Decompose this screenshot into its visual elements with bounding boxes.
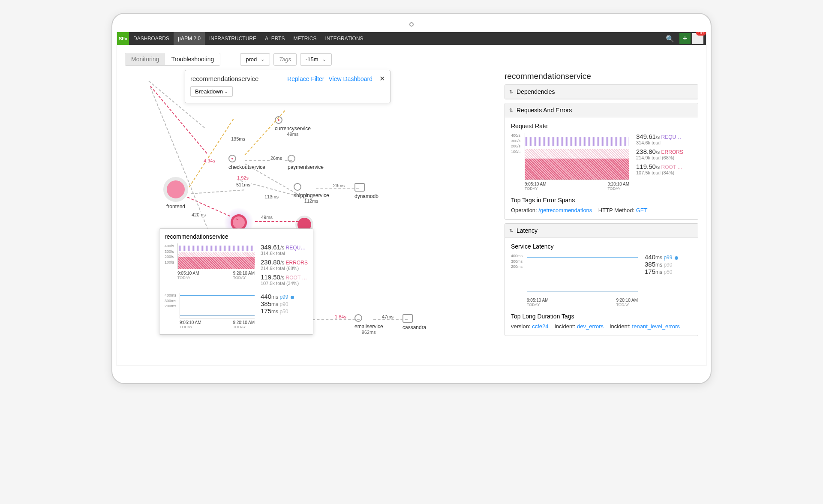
version-link[interactable]: ccfe24	[532, 323, 548, 330]
chart-time-end: 9:20:10 AM	[233, 271, 255, 276]
user-avatar[interactable]: 10+	[692, 33, 703, 44]
chart-stats: 349.61/s REQU… 314.6k total 238.80/s ERR…	[636, 133, 692, 191]
section-title: Latency	[517, 227, 538, 234]
chart-y-axis: 400/s300/s200/s100/s	[165, 243, 174, 288]
edge-latency: 135ms	[230, 136, 246, 141]
node-frontend[interactable]: frontend	[163, 177, 188, 210]
tags-filter[interactable]: Tags	[273, 53, 297, 66]
operation-label: Operation:	[511, 207, 537, 213]
right-panel-title: recommendationservice	[505, 72, 698, 81]
mode-toggle: Monitoring Troubleshooting	[125, 53, 220, 66]
nav-alerts[interactable]: ALERTS	[261, 32, 289, 45]
controls-bar: Monitoring Troubleshooting prod Tags -15…	[117, 45, 706, 70]
chart-time-start: 9:05:10 AM	[177, 271, 199, 276]
incident-label: incident:	[555, 323, 575, 330]
nav-metrics[interactable]: METRICS	[289, 32, 321, 45]
node-sub: 49ms	[275, 132, 311, 137]
chart-time-start: 9:05:10 AM	[527, 298, 549, 303]
latency-section-header[interactable]: ⇅ Latency	[505, 224, 698, 238]
tooltip-latency-stats: 440ms p99 385ms p90 175ms p50	[261, 293, 308, 329]
replace-filter-link[interactable]: Replace Filter	[287, 75, 324, 82]
nav-infrastructure[interactable]: INFRASTRUCTURE	[205, 32, 261, 45]
view-dashboard-link[interactable]: View Dashboard	[329, 75, 372, 82]
node-label: frontend	[163, 204, 188, 210]
notification-badge: 10+	[696, 32, 706, 36]
node-currencyservice[interactable]: currencyservice 49ms	[275, 116, 311, 137]
node-label: dynamodb	[354, 193, 378, 199]
tooltip-stats: 349.61/s REQU… 314.6k total 238.80/s ERR…	[261, 243, 308, 288]
service-popover: recommendationservice Replace Filter Vie…	[185, 70, 390, 103]
chart-y-axis: 400/s300/s200/s100/s	[511, 133, 520, 191]
mode-troubleshooting[interactable]: Troubleshooting	[165, 53, 220, 65]
close-icon[interactable]: ✕	[379, 75, 385, 83]
version-label: version:	[511, 323, 531, 330]
request-rate-title: Request Rate	[511, 123, 692, 129]
long-duration-tags-title: Top Long Duration Tags	[511, 313, 692, 320]
incident-label: incident:	[610, 323, 631, 330]
node-cassandra[interactable]: cassandra	[402, 314, 426, 330]
expand-icon: ⇅	[509, 89, 513, 95]
latency-stats: 440ms p99 385ms p90 175ms p50	[645, 253, 692, 307]
device-camera	[409, 22, 414, 27]
mode-monitoring[interactable]: Monitoring	[125, 53, 165, 65]
tooltip-title: recommendationservice	[165, 233, 308, 240]
incident-link[interactable]: dev_errors	[577, 323, 604, 330]
edge-latency: 23ms	[332, 183, 345, 188]
incident-link[interactable]: tenant_level_errors	[632, 323, 680, 330]
node-paymentservice[interactable]: paymentservice	[288, 155, 324, 170]
expand-icon: ⇅	[509, 108, 513, 113]
node-label: cassandra	[402, 324, 426, 330]
http-label: HTTP Method:	[598, 207, 634, 213]
edge-latency: 26ms	[270, 156, 283, 161]
section-title: Dependencies	[517, 88, 555, 95]
request-rate-chart[interactable]	[525, 133, 629, 180]
node-shippingservice[interactable]: shippingservice 112ms	[294, 183, 329, 204]
operation-link[interactable]: /getrecommendations	[538, 207, 592, 213]
edge-latency: 420ms	[191, 212, 207, 217]
top-tags-title: Top Tags in Error Spans	[511, 197, 692, 204]
requests-errors-section-header[interactable]: ⇅ Requests And Errors	[505, 103, 698, 117]
section-title: Requests And Errors	[517, 107, 572, 114]
breakdown-select[interactable]: Breakdown	[190, 86, 233, 97]
node-sub: 112ms	[294, 198, 329, 204]
node-sub: 962ms	[354, 330, 383, 335]
node-label: currencyservice	[275, 126, 311, 132]
latency-mini-chart	[180, 293, 255, 318]
time-select[interactable]: -15m	[300, 53, 332, 66]
chart-y-axis: 400ms300ms200ms	[165, 293, 176, 329]
nav-dashboards[interactable]: DASHBOARDS	[129, 32, 174, 45]
edge-latency: 1.84s	[334, 314, 347, 319]
service-latency-title: Service Latency	[511, 243, 692, 250]
chart-time-end: 9:20:10 AM	[607, 182, 629, 186]
nav-integrations[interactable]: INTEGRATIONS	[321, 32, 367, 45]
search-icon[interactable]: 🔍	[662, 35, 678, 43]
node-dynamodb[interactable]: dynamodb	[354, 183, 378, 199]
brand-logo[interactable]: SFx	[117, 32, 129, 45]
edge-latency: 49ms	[260, 215, 273, 220]
nav-apm[interactable]: µAPM 2.0	[174, 32, 205, 45]
edge-latency: 47ms	[381, 314, 394, 319]
latency-chart[interactable]	[527, 253, 638, 296]
node-checkoutservice[interactable]: checkoutservice	[228, 155, 265, 170]
http-method-link[interactable]: GET	[636, 207, 648, 213]
edge-latency: 4.94s	[203, 158, 216, 163]
edge-latency: 511ms	[235, 182, 251, 187]
expand-icon: ⇅	[509, 228, 513, 234]
environment-select[interactable]: prod	[240, 53, 270, 66]
popover-title: recommendationservice	[190, 75, 258, 82]
request-rate-mini-chart	[177, 243, 255, 269]
service-tooltip-card: recommendationservice 400/s300/s200/s100…	[159, 228, 313, 335]
dependencies-section-header[interactable]: ⇅ Dependencies	[505, 85, 698, 99]
chart-y-axis: 400ms300ms200ms	[511, 253, 523, 307]
node-emailservice[interactable]: emailservice 962ms	[354, 314, 383, 335]
chart-time-start: 9:05:10 AM	[525, 182, 547, 186]
node-label: emailservice	[354, 324, 383, 330]
node-label: paymentservice	[288, 164, 324, 170]
add-button[interactable]: +	[679, 33, 691, 44]
edge-latency: 1.92s	[236, 175, 249, 180]
chart-time-end: 9:20:10 AM	[616, 298, 638, 303]
top-nav: SFx DASHBOARDS µAPM 2.0 INFRASTRUCTURE A…	[117, 32, 706, 45]
edge-latency: 113ms	[264, 194, 279, 199]
